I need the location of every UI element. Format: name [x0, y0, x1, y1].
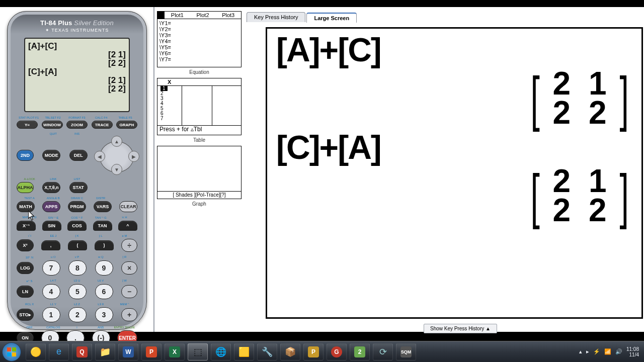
- key-clear[interactable]: CLEAR: [119, 201, 137, 212]
- taskbar-sqm[interactable]: SQM: [396, 343, 416, 360]
- tab-large-screen[interactable]: Large Screen: [306, 13, 357, 23]
- key-2[interactable]: 2: [68, 307, 87, 322]
- key-del[interactable]: DEL: [69, 150, 88, 161]
- tray-expand-icon[interactable]: ▴: [579, 348, 582, 355]
- system-tray[interactable]: ▴ ▸ ⚡ 📶 🔊 11:0811/4: [579, 346, 642, 357]
- key-window[interactable]: WINDOW: [42, 121, 63, 129]
- svg-rect-0: [7, 347, 11, 351]
- taskbar-explorer[interactable]: 📁: [95, 343, 115, 360]
- key-math[interactable]: MATH: [17, 201, 35, 212]
- vertical-separator: [153, 7, 154, 332]
- excel-icon: X: [169, 346, 180, 357]
- key-2nd[interactable]: 2ND: [17, 150, 34, 161]
- calculator-pane: TI-84 Plus Silver Edition ✦ TEXAS INSTRU…: [0, 7, 153, 331]
- taskbar-powerpoint[interactable]: P: [141, 343, 162, 360]
- battery-icon[interactable]: ⚡: [593, 348, 600, 355]
- key-lparen[interactable]: (: [68, 240, 87, 250]
- dpad: ▲ ▼ ◀ ▶: [96, 137, 137, 174]
- dpad-up[interactable]: ▲: [111, 136, 122, 147]
- key-zoom[interactable]: ZOOM: [66, 121, 88, 129]
- key-trace[interactable]: TRACE: [92, 121, 113, 129]
- key-alpha[interactable]: ALPHA: [17, 182, 34, 193]
- p-icon: P: [308, 346, 319, 357]
- key-mode[interactable]: MODE: [42, 150, 60, 161]
- taskbar-misc2[interactable]: 📦: [280, 343, 300, 360]
- show-key-press-history-button[interactable]: Show Key Press History ▲: [424, 324, 497, 333]
- ie-icon: e: [56, 346, 61, 357]
- taskbar-app-p[interactable]: P: [303, 343, 324, 360]
- taskbar-excel[interactable]: X: [165, 343, 185, 360]
- key-xtθn[interactable]: X,T,θ,n: [42, 182, 60, 193]
- windows-taskbar: 🟡 e Q 📁 W P X ⬚ 🌐 🟨 🔧 📦 P G 2 ⟳ SQM ▴ ▸ …: [0, 341, 644, 362]
- key-3[interactable]: 3: [95, 307, 113, 322]
- key-apps[interactable]: APPS: [42, 201, 60, 212]
- key-caret[interactable]: ^: [118, 221, 137, 231]
- taskbar-app-g[interactable]: G: [327, 343, 347, 360]
- taskbar-sync[interactable]: ⟳: [373, 343, 393, 360]
- key-4[interactable]: 4: [42, 284, 60, 299]
- folder-icon: 📁: [100, 346, 111, 357]
- key-8[interactable]: 8: [68, 260, 87, 276]
- graph-panel[interactable]: [ Shades ][PoI-Trace][?]: [157, 146, 242, 199]
- calc-brand: ✦ TEXAS INSTRUMENTS: [8, 28, 146, 33]
- key-multiply[interactable]: ×: [121, 261, 137, 275]
- key-stat[interactable]: STAT: [69, 182, 88, 193]
- two-icon: 2: [354, 346, 365, 357]
- fn-labels: STAT PLOT F1TBLSET F2 FORMAT F3CALC F4 T…: [8, 112, 146, 119]
- key-plus[interactable]: +: [121, 308, 137, 321]
- key-comma[interactable]: ,: [41, 240, 60, 250]
- windows-logo-icon: [7, 347, 17, 357]
- large-screen-panel: [A]+[C] [ 22 12 ] [C]+[A] [ 22 12 ]: [266, 27, 643, 319]
- app-icon: ⬚: [194, 346, 202, 357]
- taskbar-word[interactable]: W: [118, 343, 138, 360]
- taskbar-clock[interactable]: 11:0811/4: [626, 346, 639, 357]
- orb-icon: 🟨: [238, 346, 250, 357]
- app-frame: TI-84 Plus Silver Edition ✦ TEXAS INSTRU…: [0, 7, 644, 332]
- taskbar-globe[interactable]: 🌐: [211, 343, 231, 360]
- misc-icon: 🔧: [262, 346, 273, 357]
- key-6[interactable]: 6: [95, 284, 113, 299]
- key-9[interactable]: 9: [95, 260, 113, 276]
- key-prgm[interactable]: PRGM: [68, 201, 86, 212]
- key-rparen[interactable]: ): [95, 240, 114, 250]
- sync-icon: ⟳: [379, 346, 387, 357]
- dpad-right[interactable]: ▶: [128, 151, 139, 162]
- tab-key-press-history[interactable]: Key Press History: [247, 12, 305, 22]
- taskbar-app-2[interactable]: 2: [350, 343, 370, 360]
- key-divide[interactable]: ÷: [121, 239, 137, 252]
- key-graph[interactable]: GRAPH: [116, 121, 137, 129]
- key-cos[interactable]: COS: [67, 221, 87, 231]
- sqm-icon: SQM: [400, 346, 412, 357]
- key-ln[interactable]: LN: [17, 286, 34, 298]
- taskbar-ie[interactable]: e: [49, 343, 69, 360]
- taskbar-app-q[interactable]: Q: [72, 343, 92, 360]
- equation-panel[interactable]: Plot1 Plot2 Plot3 \Y1=\Y2= \Y3=\Y4= \Y5=…: [157, 11, 242, 67]
- key-minus[interactable]: −: [121, 285, 137, 298]
- taskbar-chrome[interactable]: 🟡: [26, 343, 46, 360]
- key-5[interactable]: 5: [68, 284, 87, 299]
- dpad-down[interactable]: ▼: [111, 164, 122, 175]
- key-sin[interactable]: SIN: [42, 221, 61, 231]
- network-icon[interactable]: 📶: [604, 348, 611, 355]
- key-y-equals[interactable]: Y=: [17, 121, 38, 129]
- preview-column: Plot1 Plot2 Plot3 \Y1=\Y2= \Y3=\Y4= \Y5=…: [157, 11, 242, 210]
- volume-icon[interactable]: 🔊: [615, 348, 622, 355]
- key-tan[interactable]: TAN: [93, 221, 112, 231]
- flag-icon[interactable]: ▸: [586, 348, 589, 355]
- dpad-left[interactable]: ◀: [94, 151, 105, 162]
- taskbar-smartview[interactable]: ⬚: [188, 343, 208, 360]
- key-x-inverse[interactable]: X⁻¹: [17, 221, 36, 231]
- key-1[interactable]: 1: [42, 307, 60, 322]
- table-panel[interactable]: X 1 2 3 4 5 6 7 Press + for ▵Tbl: [157, 78, 242, 135]
- calc-lcd: [A]+[C] [2 1] [2 2] [C]+[A] [2 1] [2 2]: [24, 38, 130, 112]
- key-vars[interactable]: VARS: [94, 201, 112, 212]
- large-expr-1: [A]+[C]: [276, 34, 632, 66]
- taskbar-misc1[interactable]: 🔧: [257, 343, 277, 360]
- key-7[interactable]: 7: [42, 260, 60, 276]
- key-x-squared[interactable]: X²: [17, 239, 34, 251]
- g-icon: G: [331, 346, 342, 357]
- taskbar-orb[interactable]: 🟨: [234, 343, 254, 360]
- key-sto[interactable]: STO▸: [17, 309, 34, 321]
- key-log[interactable]: LOG: [17, 262, 34, 274]
- start-button[interactable]: [2, 342, 21, 361]
